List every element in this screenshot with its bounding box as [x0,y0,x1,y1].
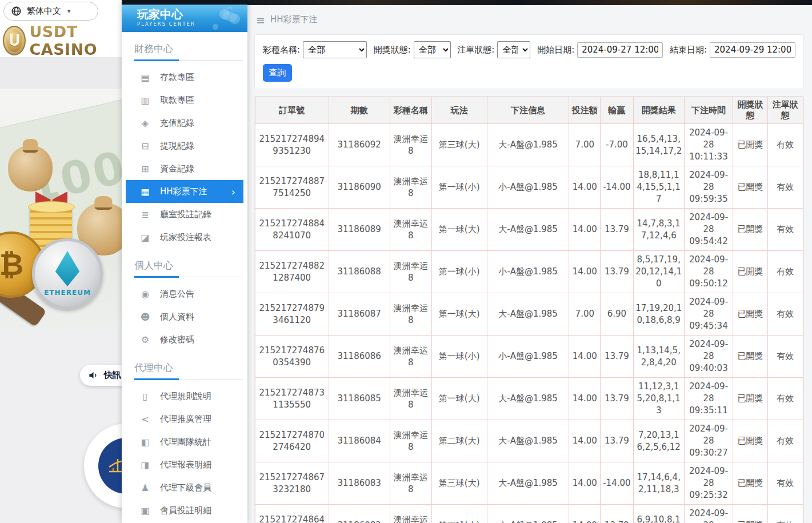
table-row: 215217274867323218031186083澳洲幸运8第三球(大)大-… [255,462,803,505]
cell: 澳洲幸运8 [390,462,431,505]
cell: 已開獎 [733,124,767,166]
cell: 澳洲幸运8 [390,420,431,462]
sidebar-item-label: 代理團隊統計 [160,437,211,448]
section-underline [134,378,242,380]
cell: 有效 [767,166,803,209]
cell: 第一球(小) [431,336,487,378]
cell: 有效 [767,293,803,336]
cell: 已開獎 [733,209,767,251]
end-date-label: 結束日期: [670,45,707,55]
table-header-row: 訂單號期數彩種名稱玩法下注信息投注額輸贏開獎結果下注時間開獎狀態注單狀態 [255,97,803,124]
column-header: 彩種名稱 [390,97,431,124]
sidebar-top-strip [122,0,247,5]
sidebar-item-share[interactable]: <代理推廣管理 [126,408,243,430]
cell: 31186092 [329,124,390,166]
lottery-name-select[interactable]: 全部 [303,41,367,58]
query-button[interactable]: 查詢 [263,64,292,82]
sidebar-item-report-detail[interactable]: ◨代理報表明細 [126,453,243,476]
speaker-icon [88,370,99,381]
hamburger-icon[interactable]: ≡ [256,14,265,26]
members-icon: ♟ [139,482,151,493]
cell: 14.00 [569,505,601,523]
cell: 31186082 [329,505,390,523]
cell: 17,14,6,4,2,11,18,3 [633,462,684,505]
cell: 小-A盤@1.985 [487,251,569,293]
cell: 2024-09-28 09:50:12 [684,251,733,293]
brand-logo: U USDT CASINO [3,23,122,58]
sidebar-item-cashout-record[interactable]: ⊟提現記錄 [126,134,243,157]
sidebar-item-members[interactable]: ♟代理下級會員 [126,476,243,499]
column-header: 注單狀態 [767,97,803,124]
funds-record-icon: ⊞ [139,163,151,174]
sidebar-item-hall-bet-record[interactable]: ≣廳室投註記錄 [126,203,243,226]
sidebar-item-withdraw[interactable]: ▥取款專區 [126,89,243,111]
start-date-input[interactable] [577,42,663,58]
recharge-record-icon: ◈ [139,118,151,129]
table-row: 215217274873113555031186085澳洲幸运8第一球(大)大-… [255,378,803,420]
cell: 13.79 [601,420,634,462]
sidebar-item-person[interactable]: ☻個人資料 [126,305,243,328]
bets-table: 訂單號期數彩種名稱玩法下注信息投注額輸贏開獎結果下注時間開獎狀態注單狀態 215… [255,97,803,523]
sidebar-item-recharge-record[interactable]: ◈充值記錄 [126,111,243,134]
lottery-bet-icon: ▦ [139,186,151,197]
cell: 已開獎 [733,505,767,523]
breadcrumb: ≡ HH彩票下注 [247,5,812,34]
column-header: 輸贏 [601,97,634,124]
section-title: 個人中心 [122,249,247,274]
sidebar-item-label: 提現記錄 [160,141,194,151]
cell: 13.79 [601,251,634,293]
column-header: 玩法 [431,97,487,124]
sidebar-item-gear[interactable]: ⚙修改密碼 [126,328,243,351]
table-row: 215217274894935123031186092澳洲幸运8第三球(大)大-… [255,124,803,166]
cell: 2024-09-28 09:25:32 [684,462,733,505]
sidebar-item-lottery-bet[interactable]: ▦HH彩票下注› [126,180,243,203]
cell: 1,13,14,5,2,8,4,20 [633,336,684,378]
cell: 第二球(大) [431,420,487,462]
sidebar-item-player-bet-report[interactable]: ◪玩家投注報表 [126,226,243,249]
column-header: 開獎結果 [633,97,684,124]
cell: 2152172748793461120 [255,293,329,336]
draw-status-select[interactable]: 全部 [414,41,451,58]
sidebar-item-deposit[interactable]: ▤存款專區 [126,66,243,89]
sidebar-header: 玩家中心 PLAYERS CENTER [122,5,247,32]
cell: 澳洲幸运8 [390,505,431,523]
cell: 2024-09-28 09:21:29 [684,505,733,523]
player-bet-report-icon: ◪ [139,232,151,243]
table-row: 215217274864894930031186082澳洲幸运8第三球(小)小-… [255,505,803,523]
sidebar-item-label: 修改密碼 [160,334,194,345]
sidebar-item-bell[interactable]: ◉消息公告 [126,282,243,305]
filter-panel: 彩種名稱: 全部 開獎狀態: 全部 注單狀態: 全部 開始日期: 結束日期: 查… [254,34,804,89]
column-header: 下注時間 [684,97,733,124]
withdraw-icon: ▥ [139,95,151,106]
cell: 有效 [767,251,803,293]
cashout-record-icon: ⊟ [139,141,151,151]
cell: 31186084 [329,420,390,462]
sidebar-item-member-bet-detail[interactable]: ▣會員投註明細 [126,499,243,522]
cell: 有效 [767,336,803,378]
cell: 2152172748648949300 [255,505,329,523]
sidebar-item-team-stats[interactable]: ◧代理團隊統計 [126,430,243,453]
sidebar-item-rules-doc[interactable]: ▯代理規則說明 [126,385,243,408]
table-row: 215217274870274642031186084澳洲幸运8第二球(大)大-… [255,420,803,462]
cell: 已開獎 [733,462,767,505]
cell: 大-A盤@1.985 [487,209,569,251]
cell: 2152172748673232180 [255,462,329,505]
sidebar-item-funds-record[interactable]: ⊞資金記錄 [126,157,243,180]
end-date-input[interactable] [710,42,795,58]
cell: 13.79 [601,505,634,523]
table-row: 215217274879346112031186087澳洲幸运8第一球(大)大-… [255,293,803,336]
language-selector[interactable]: 繁体中文 ▾ [3,2,98,21]
cell: 第一球(大) [431,209,487,251]
order-status-label: 注單狀態: [457,45,494,55]
money-bag-icon [8,146,53,191]
cell: 2024-09-28 09:45:34 [684,293,733,336]
cell: 2152172748731135550 [255,378,329,420]
cell: 第三球(小) [431,505,487,523]
cell: 7,20,13,16,2,5,6,12 [633,420,684,462]
cell: 小-A盤@1.985 [487,505,569,523]
sidebar-item-label: 會員投註明細 [160,505,211,516]
cell: 小-A盤@1.985 [487,336,569,378]
order-status-select[interactable]: 全部 [497,41,530,58]
cell: 31186087 [329,293,390,336]
ethereum-label: ETHEREUM [44,289,91,297]
